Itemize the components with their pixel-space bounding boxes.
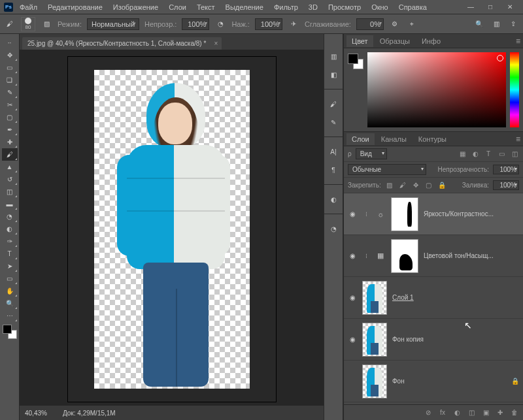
fill-value[interactable]: 100%	[493, 180, 519, 190]
layer-name[interactable]: Цветовой тон/Насыщ...	[424, 252, 494, 259]
tool-lasso[interactable]: ❏	[2, 74, 18, 86]
workspace-icon[interactable]: ▥	[490, 18, 502, 30]
tab-swatches[interactable]: Образцы	[375, 35, 415, 47]
layer-visibility-icon[interactable]: ◉	[348, 251, 357, 261]
tool-marquee[interactable]: ▭	[2, 61, 18, 74]
tool-stamp[interactable]: ▲	[2, 161, 18, 173]
tool-history-brush[interactable]: ↺	[2, 173, 18, 186]
tool-eraser[interactable]: ◫	[2, 186, 18, 198]
search-icon[interactable]: 🔍	[473, 18, 485, 30]
share-icon[interactable]: ⇪	[507, 18, 519, 30]
menu-edit[interactable]: Редактирование	[44, 1, 107, 13]
menu-view[interactable]: Просмотр	[324, 1, 365, 13]
filter-type-icon[interactable]: T	[484, 150, 493, 159]
color-swatch[interactable]	[348, 54, 363, 69]
layer-thumb[interactable]	[362, 323, 387, 357]
brushes-panel-icon[interactable]: 🖌	[327, 97, 340, 110]
paragraph-panel-icon[interactable]: ¶	[327, 163, 340, 176]
layers-footer-icon-3[interactable]: ◫	[467, 408, 476, 417]
tab-layers[interactable]: Слои	[346, 133, 375, 145]
color-panel-menu-icon[interactable]: ≡	[516, 37, 520, 46]
symmetry-icon[interactable]: ⌖	[406, 18, 418, 30]
tool-type[interactable]: T	[2, 248, 18, 260]
zoom-readout[interactable]: 40,43%	[25, 410, 47, 417]
tool-gradient[interactable]: ▬	[2, 198, 18, 210]
menu-select[interactable]: Выделение	[222, 1, 267, 13]
tool-dodge[interactable]: ◐	[2, 223, 18, 235]
history-panel-icon[interactable]: ▥	[327, 50, 340, 63]
layers-footer-icon-0[interactable]: ⊘	[424, 408, 433, 417]
lock-image-icon[interactable]: 🖌	[398, 181, 407, 190]
layer-mask-thumb[interactable]	[391, 239, 418, 273]
layer-visibility-icon[interactable]	[348, 377, 357, 386]
menu-text[interactable]: Текст	[193, 1, 219, 13]
brush-settings-panel-icon[interactable]: ✎	[327, 116, 340, 129]
tool-healing[interactable]: ✚	[2, 136, 18, 148]
airbrush-icon[interactable]: ✈	[288, 18, 299, 30]
tab-info[interactable]: Инфо	[416, 35, 446, 47]
tool-pen[interactable]: ✑	[2, 235, 18, 248]
opacity-value[interactable]: 100%	[182, 18, 209, 30]
lock-artboard-icon[interactable]: ▢	[424, 181, 433, 190]
layer-name[interactable]: Фон копия	[392, 336, 424, 343]
brush-settings-icon[interactable]: ▨	[41, 18, 52, 30]
smoothing-options-icon[interactable]: ⚙	[389, 18, 401, 30]
filter-shape-icon[interactable]: ▭	[497, 150, 506, 159]
menu-help[interactable]: Справка	[395, 1, 431, 13]
menu-image[interactable]: Изображение	[109, 1, 162, 13]
character-panel-icon[interactable]: A|	[327, 145, 340, 158]
smoothing-value[interactable]: 0%	[356, 18, 384, 30]
opacity-pressure-icon[interactable]: ◔	[214, 18, 226, 30]
tab-color[interactable]: Цвет	[346, 35, 373, 47]
lock-all-icon[interactable]: 🔒	[437, 181, 447, 190]
layers-footer-icon-5[interactable]: ✚	[496, 408, 505, 417]
layer-kind-dropdown[interactable]: Вид	[356, 148, 387, 159]
layer-thumb[interactable]	[362, 281, 387, 315]
flow-value[interactable]: 100%	[255, 18, 282, 30]
tool-hand[interactable]: ✋	[2, 285, 18, 297]
layer-row-hue[interactable]: ◉⁞▦Цветовой тон/Насыщ...	[344, 235, 523, 277]
layer-visibility-icon[interactable]: ◉	[348, 335, 357, 344]
tool-eyedropper[interactable]: ✒	[2, 123, 18, 136]
filter-pixel-icon[interactable]: ▦	[458, 150, 467, 159]
layer-visibility-icon[interactable]: ◉	[348, 210, 357, 219]
menu-layers[interactable]: Слои	[165, 1, 190, 13]
color-fg-bg[interactable]	[3, 325, 17, 339]
layers-panel-menu-icon[interactable]: ≡	[516, 135, 520, 144]
tool-zoom[interactable]: 🔍	[2, 297, 18, 310]
tool-blur[interactable]: ◔	[2, 210, 18, 223]
brush-preset-picker[interactable]: 80	[21, 17, 35, 31]
tab-channels[interactable]: Каналы	[376, 133, 412, 145]
tool-quick-select[interactable]: ✎	[2, 86, 18, 99]
menu-3d[interactable]: 3D	[305, 1, 322, 13]
tool-rectangle[interactable]: ▭	[2, 272, 18, 285]
tool-preset-icon[interactable]: 🖌	[4, 18, 16, 30]
layer-visibility-icon[interactable]: ◉	[348, 293, 357, 302]
color-field[interactable]	[367, 52, 506, 127]
dock-grip[interactable]: ··	[2, 37, 18, 49]
lock-position-icon[interactable]: ✥	[411, 181, 420, 190]
window-minimize[interactable]: —	[462, 1, 480, 13]
tool-move[interactable]: ✥	[2, 49, 18, 61]
canvas[interactable]	[20, 50, 324, 406]
layer-opacity-value[interactable]: 100%	[493, 165, 519, 174]
properties-panel-icon[interactable]: ◧	[327, 68, 340, 81]
filter-smart-icon[interactable]: ◫	[510, 150, 519, 159]
tool-brush[interactable]: 🖌	[2, 148, 18, 161]
layer-row-brightness[interactable]: ◉⁞☼Яркость/Контрастнос...	[344, 193, 523, 235]
layer-row-bg[interactable]: Фон🔒	[344, 361, 523, 402]
layer-row-layer1[interactable]: ◉Слой 1	[344, 277, 523, 319]
layer-row-bgcopy[interactable]: ◉Фон копия	[344, 319, 523, 361]
tab-paths[interactable]: Контуры	[413, 133, 452, 145]
menu-window[interactable]: Окно	[367, 1, 392, 13]
filter-adjust-icon[interactable]: ◐	[471, 150, 480, 159]
layer-mask-thumb[interactable]	[391, 197, 418, 231]
window-close[interactable]: ✕	[501, 1, 519, 13]
layers-footer-icon-4[interactable]: ▣	[481, 408, 490, 417]
layers-footer-icon-6[interactable]: 🗑	[510, 408, 519, 417]
tool-edit-toolbar[interactable]: ⋯	[2, 310, 18, 322]
layer-name[interactable]: Слой 1	[392, 294, 414, 301]
layer-name[interactable]: Яркость/Контрастнос...	[424, 210, 494, 218]
document-tab[interactable]: 25.jpg @ 40,4% (Яркость/Контрастность 1,…	[22, 37, 222, 50]
tool-frame[interactable]: ▢	[2, 111, 18, 123]
